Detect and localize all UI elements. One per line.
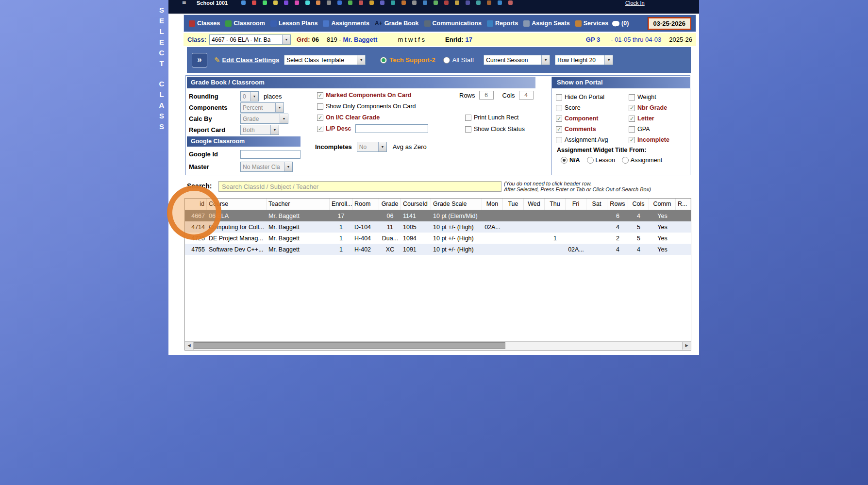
favicon-icon[interactable] <box>316 0 320 5</box>
template-select-value: Select Class Template <box>286 57 344 64</box>
google-id-input[interactable] <box>240 150 300 159</box>
checkbox-comments[interactable]: ✓Comments <box>556 125 608 134</box>
checkbox-nbr-grade[interactable]: ✓Nbr Grade <box>629 103 669 112</box>
favicon-icon[interactable] <box>455 0 459 5</box>
nav-item-lesson-plans[interactable]: Lesson Plans <box>270 20 318 27</box>
scroll-right-button[interactable] <box>682 342 691 350</box>
search-input[interactable] <box>218 181 501 192</box>
cell-mon: 02A... <box>482 221 503 233</box>
master-select[interactable]: No Master Cla <box>240 162 293 172</box>
favicon-icon[interactable] <box>401 0 406 5</box>
favicon-icon[interactable] <box>380 0 384 5</box>
favicon-icon[interactable] <box>273 0 278 5</box>
checkbox-letter[interactable]: ✓Letter <box>629 114 669 123</box>
cell-grade: Dua... <box>379 233 401 244</box>
radio-lesson[interactable]: Lesson <box>587 157 615 164</box>
lp-desc-input[interactable] <box>355 124 428 133</box>
date-display[interactable]: 03-25-2026 <box>648 17 691 30</box>
favicon-icon[interactable] <box>476 0 481 5</box>
favicon-icon[interactable] <box>391 0 395 5</box>
cols-input[interactable] <box>519 91 534 100</box>
select-class-vertical-label: SELECTCLASS <box>157 6 167 133</box>
all-staff-radio[interactable] <box>443 57 450 64</box>
favicon-icon[interactable] <box>241 0 246 5</box>
checkbox-incomplete[interactable]: ✓Incomplete <box>629 135 669 144</box>
cell-sat <box>586 244 607 255</box>
favicon-icon[interactable] <box>337 0 342 5</box>
nav-item-reports[interactable]: Reports <box>487 20 518 27</box>
menu-icon[interactable]: ≡ <box>182 0 186 6</box>
checkbox-label: Print Lunch Rect <box>474 114 518 121</box>
table-row[interactable]: 4755Software Dev C++...Mr. Baggett1H-402… <box>185 244 691 255</box>
table-row[interactable]: 4725DE Project Manag...Mr. Baggett1H-404… <box>185 233 691 244</box>
horizontal-scrollbar[interactable] <box>185 341 691 350</box>
checkbox-show-clock-status[interactable]: Show Clock Status <box>465 125 525 134</box>
tech-support-radio[interactable] <box>380 57 387 64</box>
favicon-icon[interactable] <box>444 0 449 5</box>
template-select[interactable]: Select Class Template <box>284 55 366 65</box>
favicon-icon[interactable] <box>412 0 417 5</box>
checkbox-marked-components-on-card[interactable]: ✓Marked Components On Card <box>317 91 428 100</box>
favicon-icon[interactable] <box>369 0 374 5</box>
table-row[interactable]: 4714Computing for Coll...Mr. Baggett1D-1… <box>185 221 691 233</box>
nav-item-services[interactable]: Services <box>575 20 608 27</box>
favicon-icon[interactable] <box>359 0 363 5</box>
favicon-icon[interactable] <box>498 0 502 5</box>
components-select[interactable]: Percent <box>240 102 284 113</box>
checkbox-component[interactable]: ✓Component <box>556 114 608 123</box>
expand-button[interactable]: » <box>192 53 207 67</box>
pencil-icon: ✎ <box>214 56 220 65</box>
scroll-left-button[interactable] <box>185 342 194 350</box>
favicon-icon[interactable] <box>348 0 352 5</box>
favicon-icon[interactable] <box>263 0 267 5</box>
nav-item-messages[interactable]: (0) <box>608 20 629 27</box>
row-height-select[interactable]: Row Height 20 <box>555 55 613 65</box>
calcby-select[interactable]: Grade <box>240 114 288 124</box>
favicon-icon[interactable] <box>252 0 256 5</box>
favicon-icon[interactable] <box>434 0 438 5</box>
checkbox-hide-on-portal[interactable]: Hide On Portal <box>556 93 608 101</box>
class-select[interactable]: 4667 - 06 ELA - Mr. Ba <box>209 34 291 45</box>
scroll-thumb[interactable] <box>194 342 505 349</box>
favicon-icon[interactable] <box>423 0 427 5</box>
rounding-select[interactable]: 0 <box>240 91 259 101</box>
favicon-icon[interactable] <box>305 0 310 5</box>
nav-item-classroom[interactable]: Classroom <box>225 20 265 27</box>
favicon-icon[interactable] <box>487 0 491 5</box>
checkbox-l-p-desc[interactable]: ✓L/P Desc <box>317 124 428 133</box>
favicon-icon[interactable] <box>508 0 513 5</box>
session-select[interactable]: Current Session <box>484 55 550 65</box>
favicon-icon[interactable] <box>295 0 299 5</box>
checkbox-weight[interactable]: Weight <box>629 93 669 101</box>
nav-item-assignments[interactable]: Assignments <box>323 20 369 27</box>
checkbox-assignment-avg[interactable]: Assignment Avg <box>556 135 608 144</box>
nav-item-grade-book[interactable]: A+Grade Book <box>375 20 419 27</box>
edit-class-settings-link[interactable]: Edit Class Settings <box>222 56 280 64</box>
favicon-icon[interactable] <box>327 0 331 5</box>
vertical-letter: L <box>157 27 167 38</box>
clock-in-link[interactable]: Clock In <box>625 0 645 6</box>
table-row[interactable]: 466706 ELAMr. Baggett1706114110 pt (Elem… <box>185 210 691 221</box>
rows-input[interactable] <box>479 91 494 100</box>
classroom-icon <box>225 20 232 27</box>
checkbox-show-only-components-on-card[interactable]: Show Only Components On Card <box>317 102 428 111</box>
radio-n-a[interactable]: N/A <box>561 157 580 164</box>
nav-item-communications[interactable]: Communications <box>424 20 482 27</box>
cell-rows: 4 <box>607 221 628 233</box>
checkbox-on-i-c-clear-grade[interactable]: ✓On I/C Clear Grade <box>317 113 428 122</box>
favicon-icon[interactable] <box>466 0 470 5</box>
google-id-row: Google Id <box>189 149 300 159</box>
reportcard-select[interactable]: Both <box>240 125 279 135</box>
rounding-value: 0 <box>243 93 246 100</box>
radio-assignment[interactable]: Assignment <box>622 157 662 164</box>
checkbox-score[interactable]: Score <box>556 103 608 112</box>
nav-item-assign-seats[interactable]: Assign Seats <box>523 20 570 27</box>
cell-courseid: 1141 <box>401 210 431 221</box>
vertical-letter: S <box>157 6 167 17</box>
checkbox-print-lunch-rect[interactable]: Print Lunch Rect <box>465 113 525 122</box>
nav-item-classes[interactable]: Classes <box>189 20 220 27</box>
nav-item-label: Assign Seats <box>532 20 570 27</box>
favicon-icon[interactable] <box>284 0 288 5</box>
checkbox-gpa[interactable]: GPA <box>629 125 669 134</box>
incompletes-select[interactable]: No <box>357 142 387 152</box>
